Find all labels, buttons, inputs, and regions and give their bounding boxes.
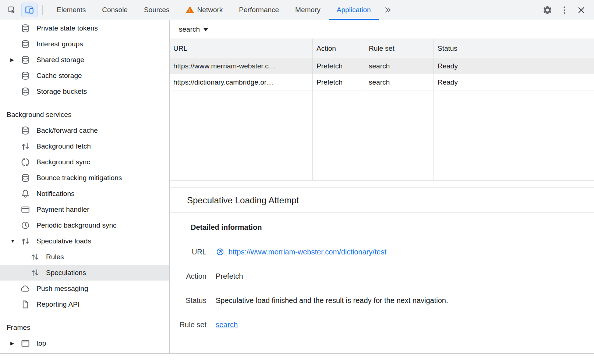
details-panel: Detailed information URL https://www.mer… <box>170 223 594 329</box>
device-toolbar-icon <box>25 5 34 15</box>
chevron-double-right-icon <box>383 6 392 14</box>
settings-button[interactable] <box>540 3 555 17</box>
database-icon <box>21 24 30 33</box>
detail-row-action: Action Prefetch <box>176 272 594 281</box>
up-down-arrows-icon <box>21 142 30 151</box>
up-down-arrows-icon <box>30 268 40 278</box>
detail-value-action: Prefetch <box>216 272 243 281</box>
sidebar-item-speculative-loads[interactable]: ▼ Speculative loads <box>0 233 169 249</box>
table-row-1-rule-set[interactable]: search <box>365 58 434 74</box>
table-filler <box>365 90 434 180</box>
table-row-1-url[interactable]: https://www.merriam-webster.c… <box>170 58 313 74</box>
tab-memory[interactable]: Memory <box>287 0 329 20</box>
sidebar-item-periodic-background-sync[interactable]: Periodic background sync <box>0 217 169 233</box>
table-row-1-status[interactable]: Ready <box>434 58 594 74</box>
sidebar-item-background-sync[interactable]: Background sync <box>0 154 169 170</box>
speculations-table: URL Action Rule set Status https://www.m… <box>170 39 594 181</box>
database-icon <box>21 126 30 135</box>
sidebar-item-background-fetch[interactable]: Background fetch <box>0 138 169 154</box>
inspect-cursor-icon <box>7 5 17 15</box>
toolbar-window-controls <box>539 0 594 20</box>
more-tabs-button[interactable] <box>380 3 395 17</box>
table-row-2-action[interactable]: Prefetch <box>313 74 365 90</box>
open-url-icon[interactable] <box>216 247 224 256</box>
sidebar-item-push-messaging[interactable]: Push messaging <box>0 281 169 296</box>
detail-label-rule-set: Rule set <box>176 321 206 329</box>
sidebar-item-rules[interactable]: Rules <box>0 249 169 265</box>
tab-console[interactable]: Console <box>94 0 136 20</box>
sidebar-item-top-frame[interactable]: ▶ top <box>0 335 169 351</box>
detail-value-status: Speculative load finished and the result… <box>216 296 448 305</box>
detail-row-status: Status Speculative load finished and the… <box>176 296 594 305</box>
panel-tabs: Elements Console Sources Network Perform… <box>49 0 396 20</box>
sidebar-section-frames: Frames <box>0 320 169 335</box>
tab-sources[interactable]: Sources <box>136 0 178 20</box>
tab-performance[interactable]: Performance <box>231 0 287 20</box>
database-icon <box>21 173 30 183</box>
sidebar-item-storage-buckets[interactable]: Storage buckets <box>0 83 169 99</box>
warning-icon <box>186 6 194 14</box>
details-section-header: Speculative Loading Attempt <box>170 188 594 213</box>
details-section-title: Speculative Loading Attempt <box>187 195 299 206</box>
sidebar-item-reporting-api[interactable]: Reporting API <box>0 296 169 312</box>
sidebar-item-payment-handler[interactable]: Payment handler <box>0 201 169 217</box>
close-devtools-button[interactable] <box>574 3 588 17</box>
inspect-element-button[interactable] <box>4 3 19 17</box>
sidebar-item-shared-storage[interactable]: ▶ Shared storage <box>0 52 169 68</box>
sidebar-item-bounce-tracking-mitigations[interactable]: Bounce tracking mitigations <box>0 170 169 186</box>
detail-row-url: URL https://www.merriam-webster.com/dict… <box>176 247 594 256</box>
sidebar-item-private-state-tokens[interactable]: Private state tokens <box>0 20 169 36</box>
toolbar-divider <box>42 5 43 15</box>
sidebar-item-cache-storage[interactable]: Cache storage <box>0 68 169 83</box>
ruleset-filter-dropdown[interactable]: search <box>179 25 208 33</box>
collapse-arrow-icon[interactable]: ▼ <box>10 238 21 244</box>
table-row-1-action[interactable]: Prefetch <box>313 58 365 74</box>
table-row-2-url[interactable]: https://dictionary.cambridge.or… <box>170 74 313 90</box>
url-link[interactable]: https://www.merriam-webster.com/dictiona… <box>229 248 386 256</box>
column-header-url: URL <box>170 39 313 58</box>
expand-arrow-icon[interactable]: ▶ <box>10 340 21 346</box>
expand-arrow-icon[interactable]: ▶ <box>10 57 21 63</box>
sidebar-item-interest-groups[interactable]: Interest groups <box>0 36 169 52</box>
database-icon <box>21 39 30 49</box>
column-header-rule-set: Rule set <box>365 39 434 58</box>
application-sidebar: Private state tokens Interest groups ▶ S… <box>0 20 170 353</box>
more-options-button[interactable] <box>557 3 572 17</box>
rule-set-link[interactable]: search <box>216 321 238 329</box>
column-header-status: Status <box>434 39 594 58</box>
sidebar-item-notifications[interactable]: Notifications <box>0 186 169 201</box>
sidebar-section-background-services: Background services <box>0 107 169 122</box>
detail-label-action: Action <box>176 272 206 281</box>
table-row-2-status[interactable]: Ready <box>434 74 594 90</box>
detail-row-rule-set: Rule set search <box>176 321 594 329</box>
frame-icon <box>21 339 30 348</box>
kebab-menu-icon <box>559 5 569 15</box>
detailed-information-heading: Detailed information <box>191 223 594 232</box>
up-down-arrows-icon <box>30 252 40 262</box>
table-row-2-rule-set[interactable]: search <box>365 74 434 90</box>
tab-network[interactable]: Network <box>178 0 231 20</box>
database-icon <box>21 87 30 96</box>
detail-label-status: Status <box>176 296 206 305</box>
detail-label-url: URL <box>176 248 206 256</box>
payment-card-icon <box>21 205 30 214</box>
database-icon <box>21 55 30 65</box>
sync-arrows-icon <box>21 157 30 167</box>
cloud-icon <box>21 284 30 293</box>
table-filler <box>170 90 313 180</box>
sidebar-item-speculations[interactable]: Speculations <box>0 265 169 281</box>
column-header-action: Action <box>313 39 365 58</box>
tab-elements[interactable]: Elements <box>49 0 94 20</box>
sidebar-item-back-forward-cache[interactable]: Back/forward cache <box>0 122 169 138</box>
document-icon <box>21 300 30 309</box>
filter-bar: search <box>170 20 594 39</box>
toggle-device-toolbar-button[interactable] <box>21 3 38 17</box>
table-filler <box>313 90 365 180</box>
gear-icon <box>542 5 552 15</box>
devtools-toolbar: Elements Console Sources Network Perform… <box>0 0 594 20</box>
chevron-down-icon <box>204 28 208 31</box>
clock-icon <box>21 221 30 230</box>
database-icon <box>21 71 30 81</box>
tab-application[interactable]: Application <box>329 0 379 20</box>
bell-icon <box>21 189 30 199</box>
